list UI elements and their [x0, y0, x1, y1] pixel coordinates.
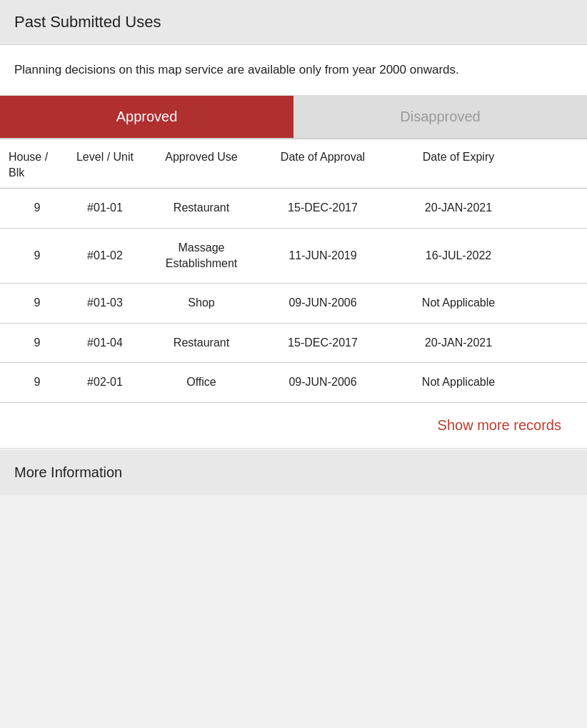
- cell-expiry: 16-JUL-2022: [387, 248, 530, 264]
- cell-approval: 15-DEC-2017: [259, 200, 387, 216]
- tab-approved[interactable]: Approved: [0, 96, 294, 138]
- col-header-use: Approved Use: [144, 149, 259, 181]
- page-title-bar: Past Submitted Uses: [0, 0, 587, 45]
- page-title: Past Submitted Uses: [14, 13, 161, 31]
- table-row: 9 #02-01 Office 09-JUN-2006 Not Applicab…: [0, 363, 587, 402]
- table-row: 9 #01-03 Shop 09-JUN-2006 Not Applicable: [0, 284, 587, 323]
- show-more-row: Show more records: [0, 403, 587, 449]
- col-header-level: Level / Unit: [66, 149, 144, 181]
- cell-house: 9: [9, 335, 66, 351]
- cell-house: 9: [9, 200, 66, 216]
- more-info-bar: More Information: [0, 450, 587, 495]
- cell-use: Office: [144, 374, 259, 390]
- cell-approval: 15-DEC-2017: [259, 335, 387, 351]
- page-wrapper: Past Submitted Uses Planning decisions o…: [0, 0, 587, 728]
- info-text: Planning decisions on this map service a…: [14, 61, 573, 79]
- cell-approval: 11-JUN-2019: [259, 248, 387, 264]
- table-container: House / Blk Level / Unit Approved Use Da…: [0, 139, 587, 449]
- more-info-label: More Information: [14, 464, 122, 480]
- cell-level: #01-04: [66, 335, 144, 351]
- col-header-expiry: Date of Expiry: [387, 149, 530, 181]
- info-section: Planning decisions on this map service a…: [0, 45, 587, 96]
- table-header-row: House / Blk Level / Unit Approved Use Da…: [0, 139, 587, 189]
- cell-expiry: 20-JAN-2021: [387, 200, 530, 216]
- show-more-button[interactable]: Show more records: [438, 417, 573, 434]
- cell-use: Shop: [144, 295, 259, 311]
- table-row: 9 #01-01 Restaurant 15-DEC-2017 20-JAN-2…: [0, 189, 587, 228]
- cell-approval: 09-JUN-2006: [259, 295, 387, 311]
- table-row: 9 #01-04 Restaurant 15-DEC-2017 20-JAN-2…: [0, 324, 587, 363]
- table-row: 9 #01-02 Massage Establishment 11-JUN-20…: [0, 229, 587, 284]
- cell-expiry: Not Applicable: [387, 374, 530, 390]
- cell-use: Restaurant: [144, 200, 259, 216]
- cell-level: #01-03: [66, 295, 144, 311]
- cell-approval: 09-JUN-2006: [259, 374, 387, 390]
- col-header-house: House / Blk: [9, 149, 66, 181]
- cell-level: #01-02: [66, 248, 144, 264]
- tabs-row: Approved Disapproved: [0, 96, 587, 139]
- cell-expiry: 20-JAN-2021: [387, 335, 530, 351]
- cell-level: #01-01: [66, 200, 144, 216]
- cell-level: #02-01: [66, 374, 144, 390]
- cell-use: Restaurant: [144, 335, 259, 351]
- cell-use: Massage Establishment: [144, 240, 259, 272]
- col-header-approval: Date of Approval: [259, 149, 387, 181]
- cell-house: 9: [9, 295, 66, 311]
- cell-house: 9: [9, 374, 66, 390]
- tab-disapproved[interactable]: Disapproved: [294, 96, 587, 138]
- cell-expiry: Not Applicable: [387, 295, 530, 311]
- cell-house: 9: [9, 248, 66, 264]
